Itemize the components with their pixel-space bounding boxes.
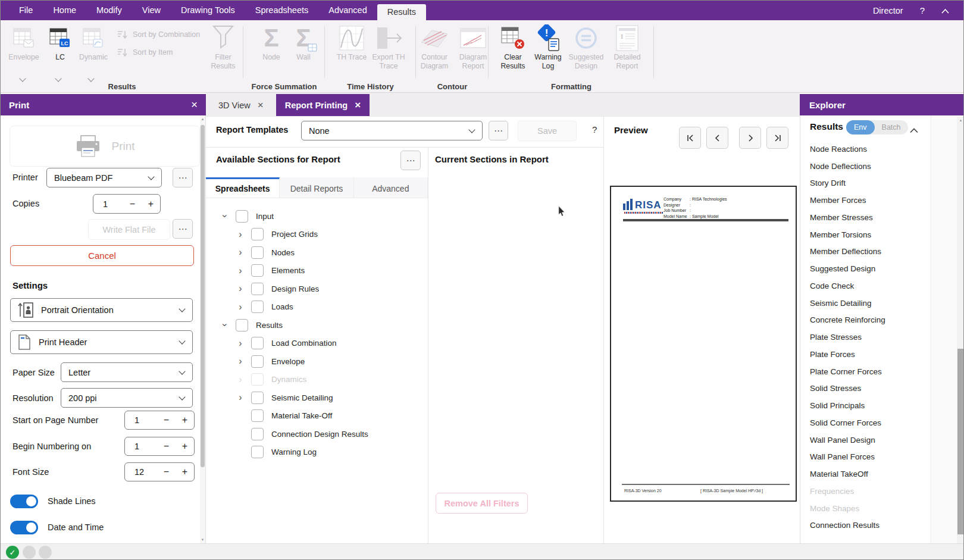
decrement-icon[interactable]: − xyxy=(157,415,176,426)
expander-icon[interactable] xyxy=(236,338,245,349)
explorer-result-item[interactable]: Plate Forces xyxy=(800,346,931,363)
explorer-result-item[interactable]: Seismic Detailing xyxy=(800,295,931,312)
explorer-result-item[interactable]: Wall Panel Design xyxy=(800,431,931,449)
tree-item[interactable]: Seismic Detailing xyxy=(206,389,427,407)
remove-all-filters-button[interactable]: Remove All Filters xyxy=(436,493,528,514)
explorer-result-item[interactable]: Material TakeOff xyxy=(800,465,931,483)
explorer-result-item[interactable]: Node Deflections xyxy=(800,158,931,175)
close-icon[interactable]: × xyxy=(258,99,264,111)
dynamic-button[interactable]: Dynamic xyxy=(77,23,110,62)
toggle-switch[interactable] xyxy=(10,495,38,508)
tree-item[interactable]: Project Grids xyxy=(206,226,427,244)
decrement-icon[interactable]: − xyxy=(157,467,176,477)
help-icon[interactable]: ? xyxy=(920,5,925,15)
env-toggle[interactable]: Env xyxy=(846,120,875,134)
explorer-result-item[interactable]: Plate Stresses xyxy=(800,329,931,346)
collapse-results-icon[interactable] xyxy=(910,125,918,136)
tree-item[interactable]: Elements xyxy=(206,262,427,280)
section-tab[interactable]: Spreadsheets xyxy=(206,177,280,198)
section-checkbox[interactable] xyxy=(251,264,264,277)
expander-icon[interactable] xyxy=(236,302,245,312)
menu-item[interactable]: Advanced xyxy=(318,1,377,20)
section-checkbox[interactable] xyxy=(251,392,264,404)
explorer-result-item[interactable]: Story Drift xyxy=(800,175,931,192)
sort-by-item-button[interactable]: Sort by Item xyxy=(117,48,173,57)
lc-dropdown-icon[interactable] xyxy=(56,76,61,82)
print-header-select[interactable]: Print Header xyxy=(10,330,193,354)
expander-icon[interactable] xyxy=(220,211,230,221)
increment-icon[interactable]: + xyxy=(176,415,194,426)
menu-item[interactable]: Modify xyxy=(86,1,132,20)
print-button[interactable]: Print xyxy=(10,126,200,167)
tree-item[interactable]: Input xyxy=(206,207,427,226)
help-icon[interactable]: ? xyxy=(592,124,597,134)
menu-item[interactable]: File xyxy=(9,1,43,20)
cancel-button[interactable]: Cancel xyxy=(10,245,194,266)
section-checkbox[interactable] xyxy=(236,319,248,331)
number-stepper[interactable]: 1 − + xyxy=(124,411,195,430)
explorer-result-item[interactable]: Node Reactions xyxy=(800,140,931,158)
number-stepper[interactable]: 1 − + xyxy=(124,437,195,456)
wall-force-button[interactable]: Σ Wall xyxy=(289,23,318,62)
close-icon[interactable]: × xyxy=(191,98,198,111)
view-tab[interactable]: Report Printing × xyxy=(276,94,370,116)
explorer-result-item[interactable]: Member Forces xyxy=(800,192,931,209)
expander-icon[interactable] xyxy=(236,356,245,367)
section-checkbox[interactable] xyxy=(251,283,264,295)
explorer-result-item[interactable]: Mode Shapes xyxy=(800,500,931,517)
node-force-button[interactable]: Σ Node xyxy=(255,23,287,62)
section-tab[interactable]: Detail Reports xyxy=(280,177,353,198)
tree-item[interactable]: Load Combination xyxy=(206,334,427,353)
tree-item[interactable]: Connection Design Results xyxy=(206,425,427,443)
detailed-report-button[interactable]: I Detailed Report xyxy=(609,23,646,71)
printer-select[interactable]: Bluebeam PDF xyxy=(46,168,162,187)
printer-more-options-button[interactable]: ⋯ xyxy=(173,168,193,187)
explorer-result-item[interactable]: Plate Corner Forces xyxy=(800,363,931,380)
write-flat-file-button[interactable]: Write Flat File xyxy=(88,219,170,240)
tree-item[interactable]: Material Take-Off xyxy=(206,407,427,426)
section-checkbox[interactable] xyxy=(251,246,264,259)
section-checkbox[interactable] xyxy=(251,409,264,422)
copies-stepper[interactable]: 1 − + xyxy=(93,194,161,214)
resolution-select[interactable]: 200 ppi xyxy=(61,388,193,408)
scroll-up-icon[interactable]: ▲ xyxy=(200,117,205,121)
scroll-down-icon[interactable]: ▼ xyxy=(200,538,205,542)
last-page-button[interactable] xyxy=(766,127,788,149)
collapse-ribbon-icon[interactable] xyxy=(941,6,949,15)
filter-results-button[interactable]: Filter Results xyxy=(205,23,241,71)
explorer-result-item[interactable]: Solid Principals xyxy=(800,397,931,414)
section-checkbox[interactable] xyxy=(251,373,264,386)
increment-icon[interactable]: + xyxy=(142,199,160,209)
scrollbar-thumb[interactable] xyxy=(201,125,205,467)
section-checkbox[interactable] xyxy=(251,301,264,313)
envelope-dropdown-icon[interactable] xyxy=(20,76,26,82)
menu-item[interactable]: Results xyxy=(377,4,426,20)
batch-toggle[interactable]: Batch xyxy=(875,123,908,132)
explorer-result-item[interactable]: Concrete Reinforcing xyxy=(800,312,931,329)
explorer-result-item[interactable]: Member Stresses xyxy=(800,209,931,226)
expander-icon[interactable] xyxy=(236,265,245,276)
first-page-button[interactable] xyxy=(679,127,701,149)
menu-item[interactable]: View xyxy=(132,1,171,20)
previous-page-button[interactable] xyxy=(706,127,728,149)
contour-diagram-button[interactable]: Contour Diagram xyxy=(417,23,452,71)
section-checkbox[interactable] xyxy=(251,337,264,349)
warning-log-button[interactable]: ! Warning Log xyxy=(531,23,565,71)
menu-item[interactable]: Home xyxy=(43,1,86,20)
expander-icon[interactable] xyxy=(236,247,245,258)
th-trace-button[interactable]: TH Trace xyxy=(335,23,368,62)
expander-icon[interactable] xyxy=(220,320,230,330)
scroll-up-icon[interactable]: ▲ xyxy=(957,118,964,122)
explorer-result-item[interactable]: Member Deflections xyxy=(800,243,931,261)
explorer-result-item[interactable]: Frequencies xyxy=(800,483,931,500)
lc-button[interactable]: LC LC xyxy=(47,23,73,62)
section-checkbox[interactable] xyxy=(251,428,264,440)
tree-item[interactable]: Dynamics xyxy=(206,371,427,389)
tree-item[interactable]: Loads xyxy=(206,298,427,317)
expander-icon[interactable] xyxy=(236,374,245,385)
increment-icon[interactable]: + xyxy=(176,441,194,452)
explorer-scrollbar[interactable]: ▲ xyxy=(957,117,964,543)
diagram-report-button[interactable]: Diagram Report xyxy=(455,23,491,71)
account-label[interactable]: Director xyxy=(873,6,903,15)
view-tab[interactable]: 3D View × xyxy=(209,94,273,116)
